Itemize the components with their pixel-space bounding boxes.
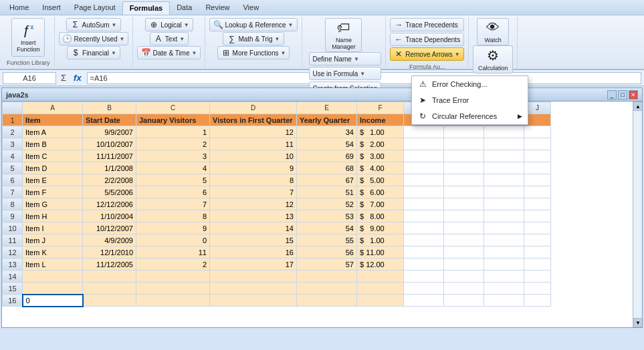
date-time-arrow: ▼ xyxy=(192,50,197,56)
scroll-down-button[interactable]: ▼ xyxy=(633,318,642,327)
table-row: 13 Item L 11/12/2005 2 17 57 $ 12.00 xyxy=(3,258,551,271)
spreadsheet-window: java2s _ □ ✕ A B C D E F G xyxy=(1,88,643,328)
cell-b2[interactable]: 9/9/2007 xyxy=(83,126,136,138)
cell-a3[interactable]: Item B xyxy=(23,138,83,150)
ribbon-group-watch-calc: 👁 Watch ⚙ Calculation xyxy=(469,17,518,67)
scroll-up-button[interactable]: ▲ xyxy=(633,102,642,111)
remove-arrows-icon: ✕ xyxy=(394,49,403,59)
cell-f2[interactable]: $ 1.00 xyxy=(357,126,404,138)
function-library-label: Function Library xyxy=(7,58,50,66)
col-header-e[interactable]: E xyxy=(297,102,357,114)
cell-e2[interactable]: 34 xyxy=(297,126,357,138)
cell-e1[interactable]: Yearly Quarter xyxy=(297,114,357,126)
financial-button[interactable]: $ Financial ▼ xyxy=(67,46,120,59)
recently-used-button[interactable]: 🕒 Recently Used ▼ xyxy=(59,32,129,45)
autosum-button[interactable]: Σ AutoSum ▼ xyxy=(66,18,120,31)
cell-d3[interactable]: 11 xyxy=(210,138,297,150)
more-functions-arrow: ▼ xyxy=(280,50,286,56)
restore-button[interactable]: □ xyxy=(618,90,627,100)
text-button[interactable]: A Text ▼ xyxy=(150,32,189,45)
calculation-button[interactable]: ⚙ Calculation xyxy=(473,45,513,73)
cell-reference-box[interactable] xyxy=(3,72,56,84)
cell-a16[interactable]: 0 xyxy=(23,295,83,307)
watch-icon: 👁 xyxy=(486,20,500,35)
spreadsheet-table: A B C D E F G H I J 1 xyxy=(2,102,551,307)
table-row: 8 Item G 12/12/2006 7 12 52 $ 7.00 xyxy=(3,198,551,210)
cell-e3[interactable]: 54 xyxy=(297,138,357,150)
table-row: 3 Item B 10/10/2007 2 11 54 $ 2.00 xyxy=(3,138,551,150)
corner-header xyxy=(3,102,23,114)
row-num-1: 1 xyxy=(3,114,23,126)
math-icon: ∑ xyxy=(227,34,236,43)
name-manager-button[interactable]: 🏷 NameManager xyxy=(325,18,362,52)
ribbon-group-function-library2: ⊕ Logical ▼ A Text ▼ 📅 Date & Time ▼ xyxy=(133,17,205,67)
tab-formulas[interactable]: Formulas xyxy=(122,1,171,15)
cell-f3[interactable]: $ 2.00 xyxy=(357,138,404,150)
error-checking-item[interactable]: ⚠ Error Checking... xyxy=(412,76,528,92)
logical-button[interactable]: ⊕ Logical ▼ xyxy=(145,18,193,31)
cell-a2[interactable]: Item A xyxy=(23,126,83,138)
spreadsheet-titlebar: java2s _ □ ✕ xyxy=(2,88,642,102)
col-header-b[interactable]: B xyxy=(83,102,136,114)
col-header-c[interactable]: C xyxy=(136,102,210,114)
recently-used-icon: 🕒 xyxy=(63,34,72,43)
insert-function-button[interactable]: ƒx InsertFunction xyxy=(11,18,45,57)
tab-page-layout[interactable]: Page Layout xyxy=(68,1,122,15)
financial-icon: $ xyxy=(71,48,80,57)
logical-icon: ⊕ xyxy=(149,20,158,29)
circular-references-icon: ↻ xyxy=(417,111,428,122)
table-row: 16 0 xyxy=(3,295,551,307)
more-functions-label: More Functions xyxy=(233,49,279,57)
autosum-icon: Σ xyxy=(70,20,80,29)
circular-references-item[interactable]: ↻ Circular References ▶ xyxy=(412,108,528,124)
cell-i2[interactable] xyxy=(484,126,524,138)
watch-button[interactable]: 👁 Watch xyxy=(477,18,509,45)
col-header-f[interactable]: F xyxy=(357,102,404,114)
trace-precedents-button[interactable]: → Trace Precedents xyxy=(390,18,464,31)
cell-d1[interactable]: Vistors in First Quarter xyxy=(210,114,297,126)
tab-insert[interactable]: Insert xyxy=(35,1,68,15)
minimize-button[interactable]: _ xyxy=(607,90,617,100)
cell-b3[interactable]: 10/10/2007 xyxy=(83,138,136,150)
cell-b1[interactable]: Start Date xyxy=(83,114,136,126)
cell-g2[interactable] xyxy=(404,126,444,138)
math-trig-button[interactable]: ∑ Math & Trig ▼ xyxy=(223,32,284,45)
lookup-reference-button[interactable]: 🔍 Lookup & Reference ▼ xyxy=(209,18,297,31)
name-manager-label: NameManager xyxy=(332,37,356,50)
remove-arrows-button[interactable]: ✕ Remove Arrows ▼ xyxy=(390,47,464,61)
tab-view[interactable]: View xyxy=(236,1,265,15)
cell-d2[interactable]: 12 xyxy=(210,126,297,138)
vertical-scrollbar[interactable]: ▲ ▼ xyxy=(633,102,642,327)
close-button[interactable]: ✕ xyxy=(629,90,638,100)
trace-dependents-button[interactable]: ← Trace Dependents xyxy=(390,33,464,46)
cell-h2[interactable] xyxy=(444,126,484,138)
col-header-d[interactable]: D xyxy=(210,102,297,114)
use-in-formula-button[interactable]: Use in Formula ▼ xyxy=(309,67,382,80)
define-name-button[interactable]: Define Name ▼ xyxy=(309,52,382,65)
tab-data[interactable]: Data xyxy=(170,1,199,15)
autosum-dropdown-arrow: ▼ xyxy=(112,22,117,28)
ribbon: ƒx InsertFunction Function Library Σ Aut… xyxy=(0,15,644,70)
cell-c1[interactable]: January Visitors xyxy=(136,114,210,126)
date-time-label: Date & Time xyxy=(152,49,189,57)
cell-a1[interactable]: Item xyxy=(23,114,83,126)
scroll-thumb[interactable] xyxy=(633,111,642,318)
cell-j2[interactable] xyxy=(524,126,551,138)
col-header-a[interactable]: A xyxy=(23,102,83,114)
cell-c3[interactable]: 2 xyxy=(136,138,210,150)
cell-c2[interactable]: 1 xyxy=(136,126,210,138)
date-time-button[interactable]: 📅 Date & Time ▼ xyxy=(137,46,201,59)
insert-function-icon: ƒx xyxy=(23,23,33,38)
table-row: 14 xyxy=(3,271,551,283)
table-row: 7 Item F 5/5/2006 6 7 51 $ 6.00 xyxy=(3,186,551,198)
tab-review[interactable]: Review xyxy=(199,1,236,15)
logical-arrow: ▼ xyxy=(184,22,189,28)
table-row: 11 Item J 4/9/2009 0 15 55 $ 1.00 xyxy=(3,234,551,246)
define-name-arrow: ▼ xyxy=(354,56,359,62)
sigma-icon: Σ xyxy=(61,73,66,83)
more-functions-button[interactable]: ⊞ More Functions ▼ xyxy=(217,46,290,59)
tab-home[interactable]: Home xyxy=(3,1,35,15)
cell-f1[interactable]: Income xyxy=(357,114,404,126)
trace-error-item[interactable]: ➤ Trace Error xyxy=(412,92,528,108)
more-functions-icon: ⊞ xyxy=(221,48,231,57)
